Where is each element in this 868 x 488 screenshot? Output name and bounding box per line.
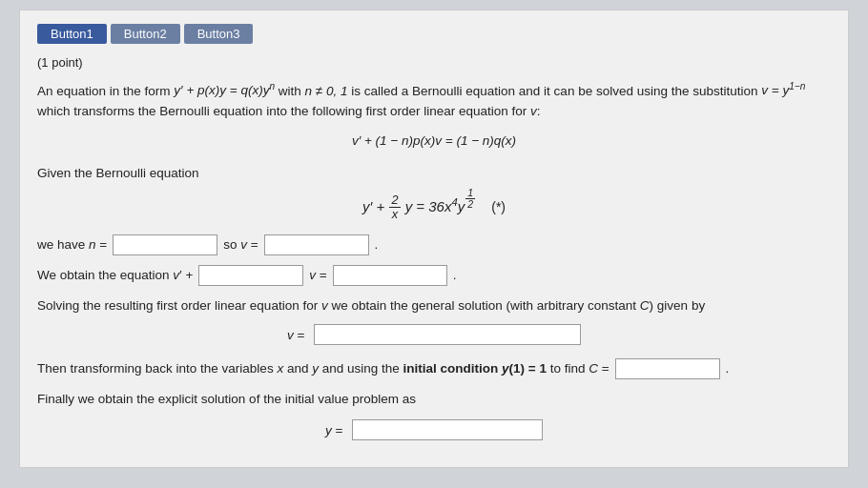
- button-2[interactable]: Button2: [111, 24, 180, 44]
- period-1: .: [375, 234, 379, 255]
- input-c-value[interactable]: [615, 358, 720, 379]
- general-solution-row: v =: [37, 324, 831, 345]
- problem-points: (1 point): [37, 53, 831, 73]
- so-v-label: so v =: [223, 234, 258, 255]
- obtain-equation-row: We obtain the equation v′ + v = .: [37, 265, 831, 286]
- input-y-final[interactable]: [352, 419, 543, 440]
- transform-back-row: Then transforming back into the variable…: [37, 358, 831, 379]
- top-buttons: Button1 Button2 Button3: [37, 24, 831, 44]
- intro-text: An equation in the form y′ + p(x)y = q(x…: [37, 79, 831, 122]
- y-final-label: y =: [325, 422, 342, 437]
- input-general-solution[interactable]: [314, 324, 581, 345]
- period-2: .: [453, 265, 457, 286]
- input-v-substitution[interactable]: [264, 234, 369, 255]
- bernoulli-transform-equation: v′ + (1 − n)p(x)v = (1 − n)q(x): [37, 131, 831, 152]
- finally-label: Finally we obtain the explicit solution …: [37, 389, 831, 410]
- input-n-value[interactable]: [113, 234, 217, 255]
- v-general-label: v =: [287, 327, 304, 341]
- we-obtain-label: We obtain the equation v′ +: [37, 265, 193, 286]
- we-have-n-label: we have n =: [37, 234, 107, 255]
- input-coeff-value[interactable]: [198, 265, 303, 286]
- main-container: Button1 Button2 Button3 (1 point) An equ…: [19, 10, 849, 468]
- button-1[interactable]: Button1: [37, 24, 107, 44]
- given-equation: y′ + 2 x y = 36x4y12 (*): [37, 193, 831, 222]
- problem-body: (1 point) An equation in the form y′ + p…: [37, 53, 831, 440]
- n-v-row: we have n = so v = .: [37, 234, 831, 255]
- given-label: Given the Bernoulli equation: [37, 163, 831, 184]
- period-3: .: [726, 358, 730, 379]
- button-3[interactable]: Button3: [184, 24, 254, 44]
- y-final-row: y =: [37, 419, 831, 440]
- v-eq-label: v =: [309, 265, 326, 286]
- input-v-eq-value[interactable]: [333, 265, 447, 286]
- transform-back-label: Then transforming back into the variable…: [37, 358, 610, 379]
- solving-label: Solving the resulting first order linear…: [37, 295, 831, 316]
